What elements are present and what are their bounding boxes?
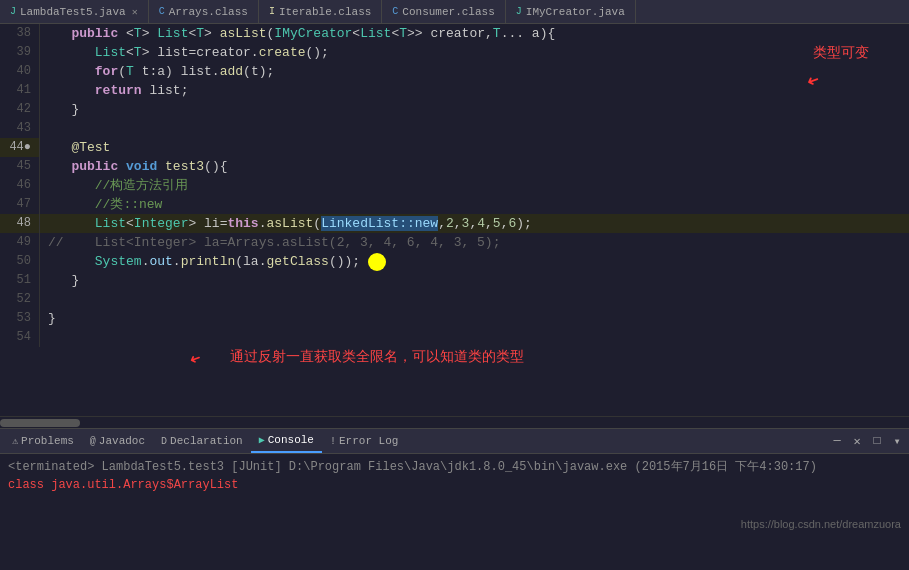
code-line-50: 50 System.out.println(la.getClass());: [0, 252, 909, 271]
tab-errorlog[interactable]: ! Error Log: [322, 429, 406, 453]
tab-imycreator[interactable]: J IMyCreator.java: [506, 0, 636, 23]
watermark: https://blog.csdn.net/dreamzuora: [741, 518, 901, 530]
line-number: 42: [0, 100, 40, 119]
java-icon: J: [10, 6, 16, 17]
line-content: List<Integer> li=this.asList(LinkedList:…: [40, 214, 909, 233]
tab-label: Arrays.class: [169, 6, 248, 18]
line-content: System.out.println(la.getClass());: [40, 252, 909, 271]
code-line-40: 40 for(T t:a) list.add(t);: [0, 62, 909, 81]
line-content: //类::new: [40, 195, 909, 214]
tab-label: Consumer.class: [402, 6, 494, 18]
line-content: [40, 328, 909, 347]
line-content: }: [40, 309, 909, 328]
code-line-38: 38 public <T> List<T> asList(IMyCreator<…: [0, 24, 909, 43]
code-line-53: 53 }: [0, 309, 909, 328]
tab-declaration[interactable]: D Declaration: [153, 429, 251, 453]
tab-iterable[interactable]: I Iterable.class: [259, 0, 382, 23]
interface-icon: I: [269, 6, 275, 17]
scrollbar-thumb[interactable]: [0, 419, 80, 427]
line-number: 46: [0, 176, 40, 195]
line-number: 45: [0, 157, 40, 176]
tab-lambdatest5[interactable]: J LambdaTest5.java ✕: [0, 0, 149, 23]
errorlog-icon: !: [330, 436, 336, 447]
line-content: public void test3(){: [40, 157, 909, 176]
tab-label: Iterable.class: [279, 6, 371, 18]
code-line-54: 54: [0, 328, 909, 347]
tab-bar: J LambdaTest5.java ✕ C Arrays.class I It…: [0, 0, 909, 24]
line-content: [40, 119, 909, 138]
console-result-line: class java.util.Arrays$ArrayList: [8, 476, 901, 494]
tab-consumer[interactable]: C Consumer.class: [382, 0, 505, 23]
code-line-52: 52: [0, 290, 909, 309]
line-number: 38: [0, 24, 40, 43]
line-number: 48: [0, 214, 40, 233]
tab-console-label: Console: [268, 434, 314, 446]
line-content: }: [40, 271, 909, 290]
line-content: @Test: [40, 138, 909, 157]
line-number: 44●: [0, 138, 40, 157]
code-line-42: 42 }: [0, 100, 909, 119]
menu-icon[interactable]: ▾: [889, 433, 905, 449]
code-line-49: 49 // List<Integer> la=Arrays.asList(2, …: [0, 233, 909, 252]
minimize-icon[interactable]: ─: [829, 433, 845, 449]
line-content: return list;: [40, 81, 909, 100]
code-line-44: 44● @Test: [0, 138, 909, 157]
code-line-43: 43: [0, 119, 909, 138]
console-terminated-line: <terminated> LambdaTest5.test3 [JUnit] D…: [8, 458, 901, 476]
code-line-51: 51 }: [0, 271, 909, 290]
code-line-47: 47 //类::new: [0, 195, 909, 214]
line-content: // List<Integer> la=Arrays.asList(2, 3, …: [40, 233, 909, 252]
bottom-toolbar: ─ ✕ □ ▾: [829, 433, 905, 449]
arrow-bottom-icon: ➜: [187, 347, 205, 371]
maximize-icon[interactable]: □: [869, 433, 885, 449]
tab-close-icon[interactable]: ✕: [132, 6, 138, 18]
scrollbar[interactable]: [0, 416, 909, 428]
javadoc-icon: @: [90, 436, 96, 447]
line-number: 41: [0, 81, 40, 100]
java-icon2: J: [516, 6, 522, 17]
tab-errorlog-label: Error Log: [339, 435, 398, 447]
line-content: //构造方法引用: [40, 176, 909, 195]
line-number: 54: [0, 328, 40, 347]
declaration-icon: D: [161, 436, 167, 447]
line-content: List<T> list=creator.create();: [40, 43, 909, 62]
line-number: 43: [0, 119, 40, 138]
line-content: public <T> List<T> asList(IMyCreator<Lis…: [40, 24, 909, 43]
line-number: 40: [0, 62, 40, 81]
class-icon: C: [159, 6, 165, 17]
tab-problems[interactable]: ⚠ Problems: [4, 429, 82, 453]
tab-arrays[interactable]: C Arrays.class: [149, 0, 259, 23]
class-icon2: C: [392, 6, 398, 17]
tab-javadoc[interactable]: @ Javadoc: [82, 429, 153, 453]
code-line-45: 45 public void test3(){: [0, 157, 909, 176]
line-number: 39: [0, 43, 40, 62]
close-panel-icon[interactable]: ✕: [849, 433, 865, 449]
bottom-tab-bar: ⚠ Problems @ Javadoc D Declaration ▶ Con…: [0, 428, 909, 454]
bottom-panel: ⚠ Problems @ Javadoc D Declaration ▶ Con…: [0, 428, 909, 534]
line-content: for(T t:a) list.add(t);: [40, 62, 909, 81]
line-content: }: [40, 100, 909, 119]
tab-declaration-label: Declaration: [170, 435, 243, 447]
line-number: 49: [0, 233, 40, 252]
code-line-48: 48 List<Integer> li=this.asList(LinkedLi…: [0, 214, 909, 233]
tab-javadoc-label: Javadoc: [99, 435, 145, 447]
note-bottom: 通过反射一直获取类全限名，可以知道类的类型: [230, 348, 524, 366]
tab-problems-label: Problems: [21, 435, 74, 447]
code-editor: 38 public <T> List<T> asList(IMyCreator<…: [0, 24, 909, 416]
line-number: 50: [0, 252, 40, 271]
code-line-46: 46 //构造方法引用: [0, 176, 909, 195]
line-content: [40, 290, 909, 309]
problems-icon: ⚠: [12, 435, 18, 447]
line-number: 52: [0, 290, 40, 309]
tab-label: IMyCreator.java: [526, 6, 625, 18]
tab-console[interactable]: ▶ Console: [251, 429, 322, 453]
line-number: 51: [0, 271, 40, 290]
console-icon: ▶: [259, 434, 265, 446]
code-line-39: 39 List<T> list=creator.create();: [0, 43, 909, 62]
code-line-41: 41 return list;: [0, 81, 909, 100]
line-number: 47: [0, 195, 40, 214]
line-number: 53: [0, 309, 40, 328]
tab-label: LambdaTest5.java: [20, 6, 126, 18]
